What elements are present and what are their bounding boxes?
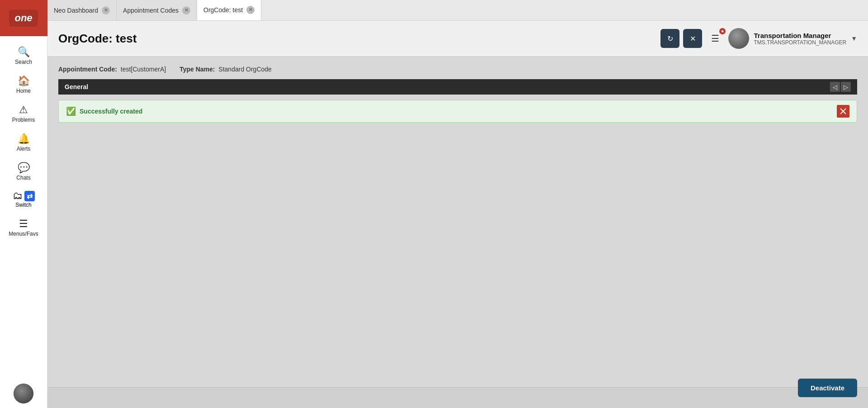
type-name-label-text: Type Name: <box>179 66 215 73</box>
tab-label-appointment-codes: Appointment Codes <box>123 7 179 14</box>
sidebar-label-menus: Menus/Favs <box>9 231 38 237</box>
section-label: General <box>65 83 88 90</box>
section-collapse-buttons: ◁ ▷ <box>830 82 851 92</box>
content-inner: Appointment Code: test[CustomerA] Type N… <box>58 66 857 123</box>
tab-label-neo-dashboard: Neo Dashboard <box>54 7 98 14</box>
sidebar-label-switch: Switch <box>15 202 31 208</box>
type-name-wrapper: Type Name: Standard OrgCode <box>179 66 272 73</box>
chats-icon: 💬 <box>18 163 30 173</box>
collapse-right-btn[interactable]: ▷ <box>841 82 851 92</box>
section-header-general: General ◁ ▷ <box>58 79 857 95</box>
meta-row: Appointment Code: test[CustomerA] Type N… <box>58 66 857 73</box>
sidebar-item-home[interactable]: 🏠 Home <box>0 70 47 99</box>
switch-stack-icon: 🗂 <box>13 190 23 202</box>
home-icon: 🏠 <box>18 76 30 86</box>
sidebar-item-menus-favs[interactable]: ☰ Menus/Favs <box>0 213 47 242</box>
avatar-image <box>14 384 33 403</box>
tab-appointment-codes[interactable]: Appointment Codes ✕ <box>117 0 197 20</box>
sidebar-label-problems: Problems <box>12 117 35 123</box>
type-name-value: Standard OrgCode <box>218 66 272 73</box>
sidebar-item-alerts[interactable]: 🔔 Alerts <box>0 128 47 157</box>
collapse-left-btn[interactable]: ◁ <box>830 82 840 92</box>
switch-icons: 🗂 ⇄ <box>13 190 35 202</box>
sidebar-label-alerts: Alerts <box>17 146 31 152</box>
sidebar-item-problems[interactable]: ⚠ Problems <box>0 99 47 128</box>
alerts-icon: 🔔 <box>18 134 30 144</box>
tab-bar: Neo Dashboard ✕ Appointment Codes ✕ OrgC… <box>47 0 868 21</box>
user-avatar <box>728 28 749 49</box>
sidebar: one 🔍 Search 🏠 Home ⚠ Problems 🔔 Alerts … <box>0 0 47 408</box>
appointment-code-label-text: Appointment Code: <box>58 66 117 73</box>
menus-icon: ☰ <box>19 219 28 229</box>
tab-close-appointment-codes[interactable]: ✕ <box>182 6 190 14</box>
problems-icon: ⚠ <box>19 105 28 115</box>
close-x-icon <box>840 108 846 114</box>
content-body: Appointment Code: test[CustomerA] Type N… <box>47 57 868 387</box>
success-close-button[interactable] <box>837 105 849 118</box>
main-content: Neo Dashboard ✕ Appointment Codes ✕ OrgC… <box>47 0 868 408</box>
success-checkmark-icon: ✅ <box>66 106 76 116</box>
sidebar-item-chats[interactable]: 💬 Chats <box>0 157 47 185</box>
sidebar-bottom-avatar[interactable] <box>14 384 33 403</box>
search-icon: 🔍 <box>18 47 30 57</box>
logo-text: one <box>9 9 38 27</box>
close-button[interactable]: ✕ <box>683 29 702 48</box>
tab-close-orgcode-test[interactable]: ✕ <box>246 6 255 14</box>
success-banner: ✅ Successfully created <box>58 100 857 123</box>
tab-neo-dashboard[interactable]: Neo Dashboard ✕ <box>47 0 117 20</box>
refresh-button[interactable]: ↻ <box>660 29 679 48</box>
appointment-code-value: test[CustomerA] <box>121 66 166 73</box>
content-header: OrgCode: test ↻ ✕ ☰ ★ Transportation Man… <box>47 21 868 57</box>
header-actions: ↻ ✕ ☰ ★ Transportation Manager TMS.TRANS… <box>660 28 857 49</box>
user-area[interactable]: Transportation Manager TMS.TRANSPORTATIO… <box>728 28 857 49</box>
menu-button-wrapper: ☰ ★ <box>706 29 725 48</box>
sidebar-label-chats: Chats <box>16 175 30 181</box>
tab-label-orgcode-test: OrgCode: test <box>203 6 243 14</box>
success-message-text: Successfully created <box>80 108 142 115</box>
sidebar-label-home: Home <box>16 88 31 94</box>
tab-orgcode-test[interactable]: OrgCode: test ✕ <box>197 0 261 20</box>
user-info: Transportation Manager TMS.TRANSPORTATIO… <box>754 32 846 46</box>
sidebar-item-search[interactable]: 🔍 Search <box>0 41 47 70</box>
sidebar-item-switch[interactable]: 🗂 ⇄ Switch <box>0 185 47 213</box>
bottom-bar: Deactivate <box>47 387 868 408</box>
user-chevron-icon[interactable]: ▼ <box>851 35 857 42</box>
user-role: TMS.TRANSPORTATION_MANAGER <box>754 39 846 46</box>
appointment-code-label: Appointment Code: test[CustomerA] <box>58 66 166 73</box>
switch-badge-icon: ⇄ <box>24 191 35 201</box>
tab-close-neo-dashboard[interactable]: ✕ <box>102 6 110 14</box>
user-name: Transportation Manager <box>754 32 846 39</box>
sidebar-label-search: Search <box>15 59 32 65</box>
deactivate-button[interactable]: Deactivate <box>798 379 857 397</box>
app-logo[interactable]: one <box>0 0 47 36</box>
page-title: OrgCode: test <box>58 32 137 46</box>
success-message: ✅ Successfully created <box>66 106 142 116</box>
